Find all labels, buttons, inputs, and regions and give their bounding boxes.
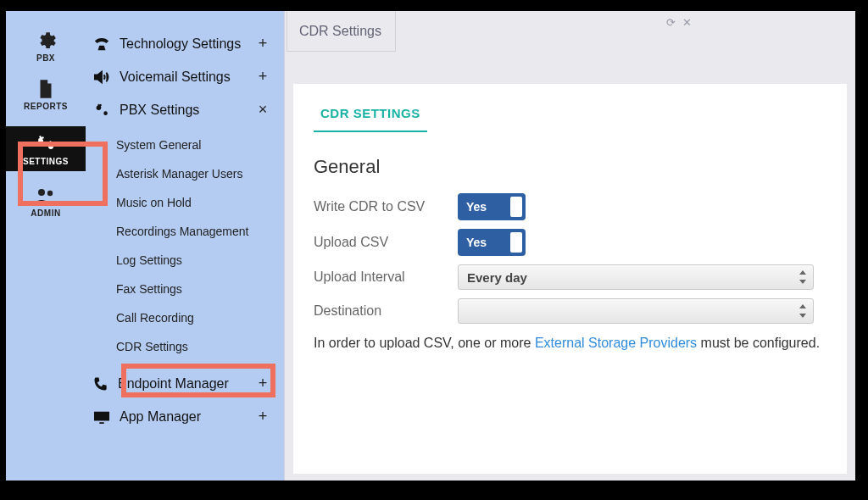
- primary-nav-rail: PBX REPORTS SETTINGS ADMIN: [6, 11, 86, 481]
- label-upload-interval: Upload Interval: [314, 269, 458, 285]
- toggle-upload-csv[interactable]: Yes: [458, 229, 526, 256]
- rail-item-pbx[interactable]: PBX: [6, 30, 86, 63]
- label-upload-csv: Upload CSV: [314, 235, 458, 250]
- tab-cdr-settings[interactable]: CDR Settings: [287, 11, 396, 52]
- expand-icon[interactable]: +: [257, 408, 269, 425]
- collapse-icon[interactable]: ×: [257, 101, 269, 119]
- row-upload-interval: Upload Interval Every day: [314, 264, 826, 290]
- row-destination: Destination: [314, 298, 826, 324]
- handset-icon: [92, 375, 109, 392]
- label-destination: Destination: [314, 303, 458, 319]
- phone-icon: [92, 36, 111, 52]
- section-label: Voicemail Settings: [120, 69, 231, 85]
- toggle-knob: [510, 197, 522, 217]
- tab-label: CDR Settings: [299, 24, 381, 39]
- section-title-general: General: [314, 156, 826, 178]
- gear-icon: [35, 30, 57, 52]
- svg-point-5: [103, 111, 108, 115]
- toggle-label: Yes: [466, 236, 487, 249]
- subitem-call-recording[interactable]: Call Recording: [109, 305, 277, 331]
- monitor-icon: [92, 409, 111, 425]
- select-destination[interactable]: [458, 298, 814, 324]
- toggle-label: Yes: [466, 200, 487, 214]
- rail-item-settings[interactable]: SETTINGS: [6, 126, 86, 171]
- subitem-log-settings[interactable]: Log Settings: [109, 247, 277, 273]
- section-label: Technology Settings: [120, 36, 241, 52]
- tab-controls[interactable]: ⟳ ✕: [666, 16, 693, 29]
- select-upload-interval[interactable]: Every day: [458, 264, 814, 290]
- rail-item-admin[interactable]: ADMIN: [6, 186, 86, 218]
- svg-point-3: [47, 191, 53, 196]
- sidebar-section-pbx[interactable]: PBX Settings ×: [87, 96, 277, 124]
- panel-tab-cdr-settings[interactable]: CDR SETTINGS: [314, 101, 427, 132]
- section-label: PBX Settings: [120, 103, 199, 118]
- subitem-recordings-management[interactable]: Recordings Management: [109, 219, 277, 244]
- document-icon: [35, 78, 57, 100]
- helper-post: must be configured.: [697, 336, 820, 350]
- settings-panel: CDR SETTINGS General Write CDR to CSV Ye…: [293, 84, 847, 474]
- sidebar-section-app[interactable]: App Manager +: [87, 403, 277, 431]
- sidebar-section-endpoint[interactable]: Endpoint Manager +: [87, 369, 277, 397]
- expand-icon[interactable]: +: [257, 68, 269, 86]
- sidebar-section-voicemail[interactable]: Voicemail Settings +: [87, 63, 277, 91]
- speaker-icon: [92, 69, 111, 85]
- gears-icon: [33, 133, 58, 155]
- helper-text: In order to upload CSV, one or more Exte…: [314, 336, 826, 351]
- sidebar-section-technology[interactable]: Technology Settings +: [87, 30, 277, 58]
- rail-item-reports[interactable]: REPORTS: [6, 78, 86, 111]
- select-value: Every day: [467, 270, 527, 285]
- gears-small-icon: [92, 102, 111, 119]
- users-icon: [33, 186, 58, 207]
- subitem-cdr-settings[interactable]: CDR Settings: [109, 334, 277, 359]
- rail-item-label: SETTINGS: [23, 157, 69, 166]
- section-label: App Manager: [120, 409, 201, 425]
- expand-icon[interactable]: +: [257, 35, 269, 53]
- rail-item-label: REPORTS: [24, 102, 68, 111]
- toggle-write-csv[interactable]: Yes: [458, 193, 526, 220]
- row-write-csv: Write CDR to CSV Yes: [314, 193, 826, 220]
- svg-point-2: [38, 189, 45, 196]
- external-storage-link[interactable]: External Storage Providers: [535, 336, 697, 350]
- label-write-csv: Write CDR to CSV: [314, 199, 458, 214]
- rail-item-label: PBX: [36, 53, 55, 63]
- subitem-system-general[interactable]: System General: [109, 132, 277, 158]
- pbx-subitems: System General Asterisk Manager Users Mu…: [87, 132, 277, 359]
- section-label: Endpoint Manager: [118, 376, 229, 392]
- expand-icon[interactable]: +: [257, 375, 269, 392]
- main-area: ⟳ ✕ CDR Settings CDR SETTINGS General Wr…: [284, 11, 855, 481]
- row-upload-csv: Upload CSV Yes: [314, 229, 826, 256]
- subitem-fax-settings[interactable]: Fax Settings: [109, 276, 277, 302]
- helper-pre: In order to upload CSV, one or more: [314, 336, 535, 350]
- rail-item-label: ADMIN: [31, 208, 60, 218]
- subitem-music-on-hold[interactable]: Music on Hold: [109, 190, 277, 215]
- subitem-asterisk-manager-users[interactable]: Asterisk Manager Users: [109, 161, 277, 186]
- tabbar: CDR Settings: [285, 11, 855, 52]
- secondary-sidebar: Technology Settings + Voicemail Settings…: [86, 11, 284, 481]
- toggle-knob: [510, 232, 522, 253]
